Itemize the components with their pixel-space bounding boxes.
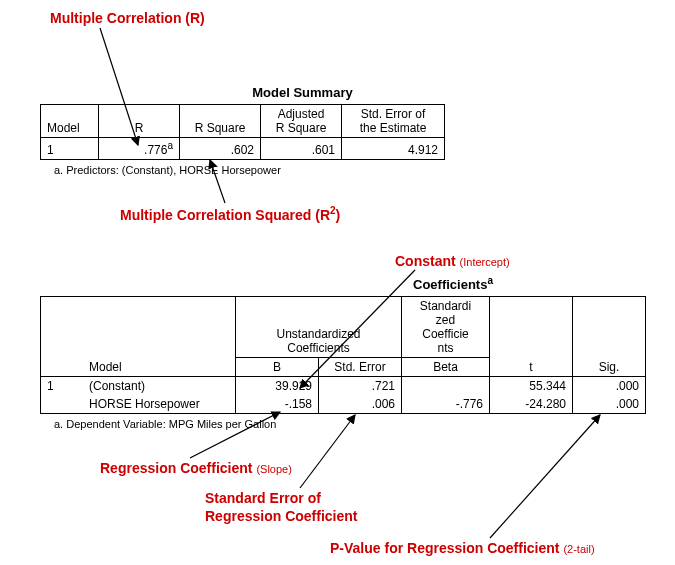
label: Sig. xyxy=(579,360,639,374)
annotation-text: Regression Coefficient xyxy=(100,460,252,476)
annotation-sub: (Intercept) xyxy=(460,256,510,268)
header-std: Standardi zed Coefficie nts xyxy=(402,297,490,358)
header-unstd: Unstandardized Coefficients xyxy=(236,297,402,358)
cell-se: .721 xyxy=(319,377,402,396)
coefficients-section: Coefficientsa Model Unstandardized Coeff… xyxy=(40,275,646,430)
cell-model: 1 xyxy=(41,377,84,414)
header-model: Model xyxy=(83,297,236,377)
header-beta: Beta xyxy=(402,358,490,377)
annotation-sub: (2-tail) xyxy=(563,543,594,555)
title-sup: a xyxy=(487,275,493,286)
table-row: 1 (Constant) 39.929 .721 55.344 .000 xyxy=(41,377,646,396)
annotation-text: ) xyxy=(336,207,341,223)
arrow-pval xyxy=(490,415,600,538)
cell-name: (Constant) xyxy=(83,377,236,396)
header-b: B xyxy=(236,358,319,377)
annotation-text: Regression Coefficient xyxy=(205,508,357,524)
label: zed xyxy=(436,313,455,327)
annotation-text: Multiple Correlation (R) xyxy=(50,10,205,26)
cell-adj-r-square: .601 xyxy=(261,138,342,160)
sup: a xyxy=(167,140,173,151)
cell-beta xyxy=(402,377,490,396)
header-t: t xyxy=(490,297,573,377)
label: R Square xyxy=(276,121,327,135)
model-summary-table: Model R R Square Adjusted R Square Std. … xyxy=(40,104,445,160)
header-adj-r-square: Adjusted R Square xyxy=(261,105,342,138)
annotation-text: Constant xyxy=(395,253,456,269)
annotation-reg-coef: Regression Coefficient (Slope) xyxy=(100,460,292,476)
annotation-text: Multiple Correlation Squared (R xyxy=(120,207,330,223)
annotation-pval: P-Value for Regression Coefficient (2-ta… xyxy=(330,540,595,556)
cell-std-err: 4.912 xyxy=(342,138,445,160)
annotation-text: P-Value for Regression Coefficient xyxy=(330,540,560,556)
cell-beta: -.776 xyxy=(402,395,490,414)
annotation-text: Standard Error of xyxy=(205,490,321,506)
cell-r-square: .602 xyxy=(180,138,261,160)
model-summary-footnote: a. Predictors: (Constant), HORSE Horsepo… xyxy=(40,164,445,176)
annotation-se-line2: Regression Coefficient xyxy=(205,508,357,524)
header-r: R xyxy=(99,105,180,138)
cell-sig: .000 xyxy=(573,377,646,396)
label: nts xyxy=(437,341,453,355)
header-sig: Sig. xyxy=(573,297,646,377)
label: Coefficients xyxy=(287,341,349,355)
table-row: HORSE Horsepower -.158 .006 -.776 -24.28… xyxy=(41,395,646,414)
annotation-multiple-r2: Multiple Correlation Squared (R2) xyxy=(120,205,340,223)
table-row: Model R R Square Adjusted R Square Std. … xyxy=(41,105,445,138)
title-text: Coefficients xyxy=(413,277,487,292)
annotation-sub: (Slope) xyxy=(256,463,291,475)
label: Standardi xyxy=(420,299,471,313)
label: t xyxy=(496,360,566,374)
value: .776 xyxy=(144,143,167,157)
label: Unstandardized xyxy=(276,327,360,341)
cell-t: 55.344 xyxy=(490,377,573,396)
label: the Estimate xyxy=(360,121,427,135)
label: Std. Error of xyxy=(361,107,426,121)
header-model: Model xyxy=(41,105,99,138)
cell-t: -24.280 xyxy=(490,395,573,414)
cell-r: .776a xyxy=(99,138,180,160)
cell-sig: .000 xyxy=(573,395,646,414)
cell-b: -.158 xyxy=(236,395,319,414)
label: Adjusted xyxy=(278,107,325,121)
cell-b: 39.929 xyxy=(236,377,319,396)
coefficients-table: Model Unstandardized Coefficients Standa… xyxy=(40,296,646,414)
label: Coefficie xyxy=(422,327,468,341)
header-se: Std. Error xyxy=(319,358,402,377)
table-row: 1 .776a .602 .601 4.912 xyxy=(41,138,445,160)
cell-model: 1 xyxy=(41,138,99,160)
header-r-square: R Square xyxy=(180,105,261,138)
coefficients-footnote: a. Dependent Variable: MPG Miles per Gal… xyxy=(40,418,646,430)
cell-se: .006 xyxy=(319,395,402,414)
label: Model xyxy=(89,360,229,374)
annotation-constant: Constant (Intercept) xyxy=(395,253,510,269)
annotation-se-line1: Standard Error of xyxy=(205,490,321,506)
model-summary-title: Model Summary xyxy=(160,85,445,100)
table-row: Model Unstandardized Coefficients Standa… xyxy=(41,297,646,358)
cell-name: HORSE Horsepower xyxy=(83,395,236,414)
header-std-err: Std. Error of the Estimate xyxy=(342,105,445,138)
coefficients-title: Coefficientsa xyxy=(260,275,646,292)
model-summary-section: Model Summary Model R R Square Adjusted … xyxy=(40,85,445,176)
annotation-multiple-r: Multiple Correlation (R) xyxy=(50,10,205,26)
